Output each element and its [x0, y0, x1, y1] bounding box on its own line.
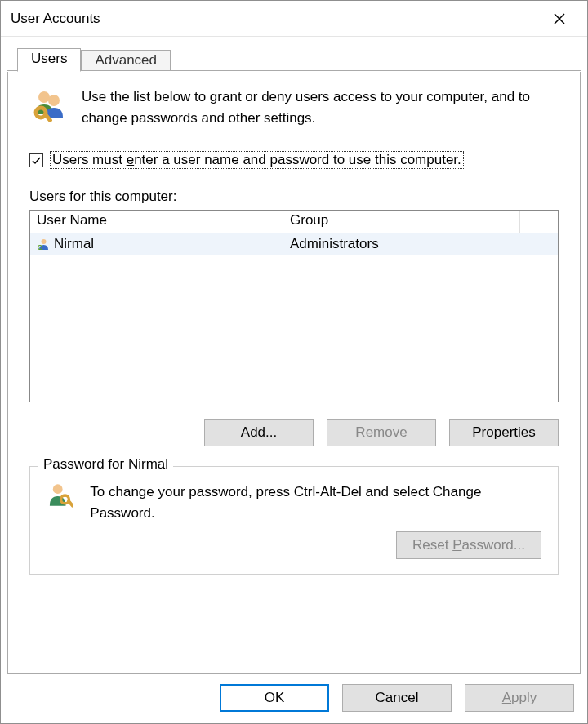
properties-button[interactable]: Properties [449, 419, 559, 446]
tab-advanced[interactable]: Advanced [81, 50, 171, 71]
user-accounts-icon [29, 87, 69, 126]
column-header-spacer [520, 211, 558, 233]
password-instruction-text: To change your password, press Ctrl-Alt-… [90, 482, 541, 523]
must-enter-password-checkbox[interactable] [29, 153, 43, 167]
user-key-icon [45, 482, 74, 511]
tab-border [7, 70, 581, 71]
must-enter-password-checkbox-row: Users must enter a user name and passwor… [29, 151, 559, 169]
tab-users[interactable]: Users [17, 48, 81, 72]
cell-username: Nirmal [30, 236, 283, 252]
table-row[interactable]: Nirmal Administrators [30, 233, 558, 255]
cell-group: Administrators [283, 236, 520, 252]
cancel-button[interactable]: Cancel [342, 684, 452, 712]
users-button-row: Add... Remove Properties [29, 419, 559, 446]
password-fieldset-legend: Password for Nirmal [38, 456, 173, 473]
table-header-row: User Name Group [30, 211, 558, 233]
users-table: User Name Group Nirmal Administrators [29, 210, 559, 402]
apply-button[interactable]: Apply [465, 684, 574, 712]
intro-row: Use the list below to grant or deny user… [29, 87, 559, 128]
users-list-label: Users for this computer: [29, 189, 559, 205]
svg-point-0 [38, 91, 50, 103]
close-button[interactable] [541, 1, 577, 37]
password-row: To change your password, press Ctrl-Alt-… [45, 482, 541, 523]
svg-point-1 [48, 95, 60, 106]
password-fieldset: Password for Nirmal To change your passw… [29, 466, 559, 575]
intro-text: Use the list below to grant or deny user… [82, 87, 559, 128]
titlebar: User Accounts [1, 1, 587, 37]
check-icon [31, 155, 42, 166]
tabstrip: Users Advanced [1, 48, 587, 71]
dialog-footer: OK Cancel Apply [1, 674, 587, 723]
add-button[interactable]: Add... [204, 419, 314, 446]
window-title: User Accounts [11, 11, 541, 27]
reset-password-row: Reset Password... [45, 531, 541, 559]
reset-password-button[interactable]: Reset Password... [396, 531, 541, 559]
must-enter-password-label[interactable]: Users must enter a user name and passwor… [50, 151, 464, 169]
close-icon [554, 13, 565, 24]
remove-button[interactable]: Remove [327, 419, 436, 446]
user-row-icon [37, 238, 51, 251]
column-header-username[interactable]: User Name [30, 211, 283, 233]
tab-panel-users: Use the list below to grant or deny user… [7, 72, 581, 674]
ok-button[interactable]: OK [220, 684, 329, 712]
svg-point-6 [53, 484, 63, 494]
svg-point-4 [42, 239, 47, 244]
column-header-group[interactable]: Group [283, 211, 520, 233]
